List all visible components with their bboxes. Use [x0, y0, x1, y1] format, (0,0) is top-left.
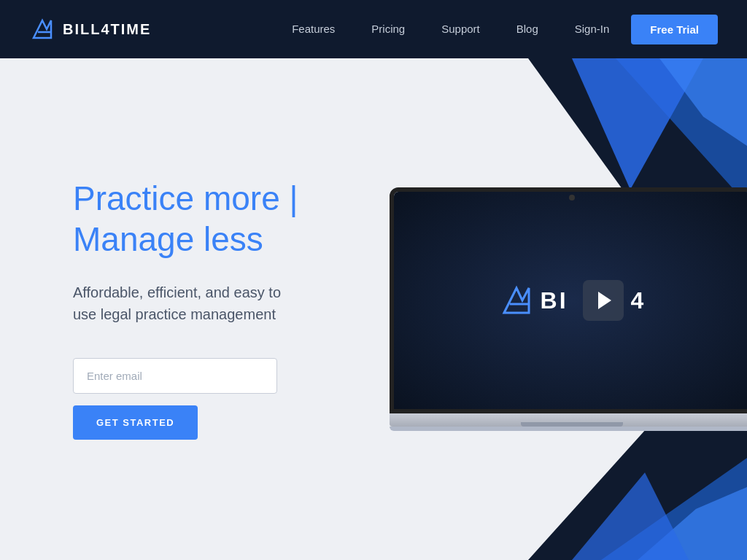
- svg-marker-7: [601, 458, 747, 560]
- logo-icon: [29, 16, 55, 42]
- video-logo-text: BI: [541, 287, 568, 314]
- logo[interactable]: BILL4TIME: [29, 16, 151, 42]
- video-logo-text2: 4: [631, 287, 646, 314]
- bg-shapes-bottom: [382, 414, 747, 560]
- free-trial-button[interactable]: Free Trial: [631, 15, 718, 44]
- nav-blog[interactable]: Blog: [516, 23, 538, 35]
- svg-marker-3: [616, 58, 747, 204]
- laptop-screen: BI 4: [390, 187, 747, 413]
- hero-headline: Practice more | Manage less: [73, 179, 365, 259]
- video-logo: BI: [498, 282, 568, 319]
- svg-marker-8: [638, 487, 747, 560]
- laptop-wrapper: BI 4: [390, 187, 747, 431]
- svg-marker-0: [34, 20, 51, 38]
- get-started-button[interactable]: GET STARTED: [73, 405, 198, 440]
- svg-marker-10: [504, 288, 529, 313]
- hero-left: Practice more | Manage less Affordable, …: [0, 179, 365, 439]
- svg-marker-6: [528, 414, 747, 560]
- navbar: BILL4TIME Features Pricing Support Blog …: [0, 0, 747, 58]
- email-input[interactable]: [73, 358, 277, 394]
- nav-links: Features Pricing Support Blog Sign-In: [292, 23, 609, 36]
- nav-support[interactable]: Support: [441, 23, 480, 35]
- nav-pricing[interactable]: Pricing: [371, 23, 405, 35]
- hero-subtext: Affordable, efficient, and easy to use l…: [73, 281, 306, 325]
- laptop-foot: [390, 427, 747, 431]
- svg-marker-4: [572, 58, 703, 190]
- video-logo-icon: [498, 282, 535, 319]
- laptop-base: [390, 413, 747, 427]
- hero-section: Practice more | Manage less Affordable, …: [0, 58, 747, 560]
- play-icon: [598, 292, 611, 309]
- svg-marker-5: [659, 58, 747, 146]
- nav-signin[interactable]: Sign-In: [575, 23, 610, 35]
- play-button[interactable]: [583, 280, 624, 321]
- laptop-mockup: BI 4: [375, 187, 747, 431]
- nav-features[interactable]: Features: [292, 23, 335, 35]
- video-content[interactable]: BI 4: [394, 192, 747, 409]
- logo-text: BILL4TIME: [63, 21, 151, 38]
- svg-marker-9: [572, 472, 689, 560]
